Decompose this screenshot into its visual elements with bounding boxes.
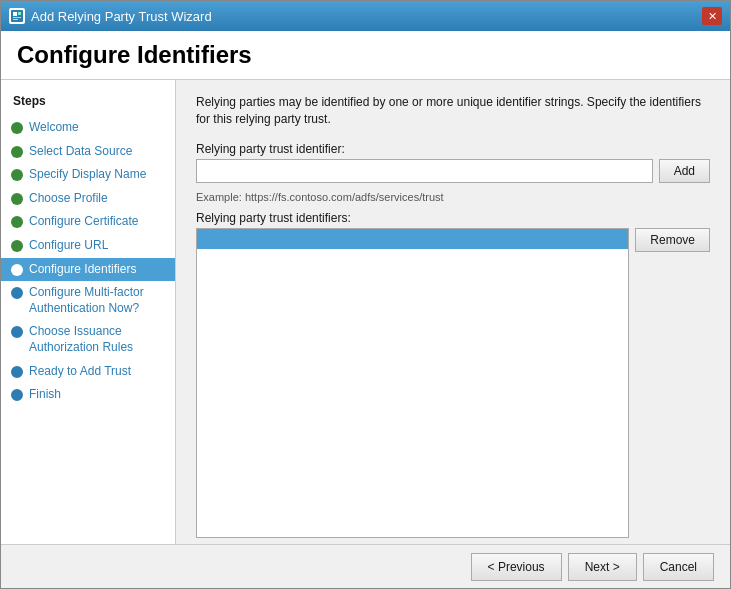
right-panel: Relying parties may be identified by one… — [176, 80, 730, 544]
page-heading: Configure Identifiers — [17, 41, 714, 79]
dot-ready-to-add — [11, 366, 23, 378]
sidebar-item-ready-to-add[interactable]: Ready to Add Trust — [1, 360, 175, 384]
page-header: Configure Identifiers — [1, 31, 730, 80]
sidebar-label-choose-profile: Choose Profile — [29, 191, 167, 207]
example-text: Example: https://fs.contoso.com/adfs/ser… — [196, 191, 710, 203]
identifier-label: Relying party trust identifier: — [196, 142, 710, 156]
sidebar-item-configure-url[interactable]: Configure URL — [1, 234, 175, 258]
sidebar-item-specify-display-name[interactable]: Specify Display Name — [1, 163, 175, 187]
identifier-input[interactable] — [196, 159, 653, 183]
svg-rect-3 — [13, 17, 21, 18]
sidebar-item-configure-identifiers[interactable]: Configure Identifiers — [1, 258, 175, 282]
dot-configure-url — [11, 240, 23, 252]
sidebar-label-select-data-source: Select Data Source — [29, 144, 167, 160]
dot-configure-multifactor — [11, 287, 23, 299]
sidebar-label-specify-display-name: Specify Display Name — [29, 167, 167, 183]
identifiers-label: Relying party trust identifiers: — [196, 211, 710, 225]
sidebar-item-welcome[interactable]: Welcome — [1, 116, 175, 140]
list-selected-item[interactable] — [197, 229, 628, 249]
sidebar-label-ready-to-add: Ready to Add Trust — [29, 364, 167, 380]
dot-welcome — [11, 122, 23, 134]
sidebar-label-configure-certificate: Configure Certificate — [29, 214, 167, 230]
identifier-row: Relying party trust identifier: Add — [196, 142, 710, 183]
sidebar-item-choose-profile[interactable]: Choose Profile — [1, 187, 175, 211]
add-button[interactable]: Add — [659, 159, 710, 183]
svg-rect-4 — [13, 19, 18, 20]
app-icon — [9, 8, 25, 24]
sidebar-title: Steps — [1, 90, 175, 116]
svg-rect-1 — [13, 12, 17, 16]
sidebar-item-choose-issuance[interactable]: Choose Issuance Authorization Rules — [1, 320, 175, 359]
main-area: Steps Welcome Select Data Source Specify… — [1, 80, 730, 544]
title-bar-left: Add Relying Party Trust Wizard — [9, 8, 212, 24]
sidebar-item-configure-certificate[interactable]: Configure Certificate — [1, 210, 175, 234]
title-bar: Add Relying Party Trust Wizard ✕ — [1, 1, 730, 31]
sidebar-label-configure-multifactor: Configure Multi-factor Authentication No… — [29, 285, 167, 316]
next-button[interactable]: Next > — [568, 553, 637, 581]
identifiers-row: Remove — [196, 228, 710, 538]
description-text: Relying parties may be identified by one… — [196, 94, 710, 128]
previous-button[interactable]: < Previous — [471, 553, 562, 581]
dot-select-data-source — [11, 146, 23, 158]
close-button[interactable]: ✕ — [702, 7, 722, 25]
dot-choose-issuance — [11, 326, 23, 338]
sidebar: Steps Welcome Select Data Source Specify… — [1, 80, 176, 544]
sidebar-item-configure-multifactor[interactable]: Configure Multi-factor Authentication No… — [1, 281, 175, 320]
identifiers-list[interactable] — [196, 228, 629, 538]
sidebar-label-configure-url: Configure URL — [29, 238, 167, 254]
dot-choose-profile — [11, 193, 23, 205]
svg-rect-2 — [18, 12, 21, 15]
window-title: Add Relying Party Trust Wizard — [31, 9, 212, 24]
remove-button[interactable]: Remove — [635, 228, 710, 252]
main-window: Add Relying Party Trust Wizard ✕ Configu… — [0, 0, 731, 589]
dot-finish — [11, 389, 23, 401]
identifier-input-row: Add — [196, 159, 710, 183]
sidebar-item-select-data-source[interactable]: Select Data Source — [1, 140, 175, 164]
dot-configure-certificate — [11, 216, 23, 228]
dot-specify-display-name — [11, 169, 23, 181]
dot-configure-identifiers — [11, 264, 23, 276]
footer: < Previous Next > Cancel — [1, 544, 730, 588]
sidebar-label-configure-identifiers: Configure Identifiers — [29, 262, 167, 278]
cancel-button[interactable]: Cancel — [643, 553, 714, 581]
sidebar-item-finish[interactable]: Finish — [1, 383, 175, 407]
sidebar-label-choose-issuance: Choose Issuance Authorization Rules — [29, 324, 167, 355]
sidebar-label-welcome: Welcome — [29, 120, 167, 136]
sidebar-label-finish: Finish — [29, 387, 167, 403]
